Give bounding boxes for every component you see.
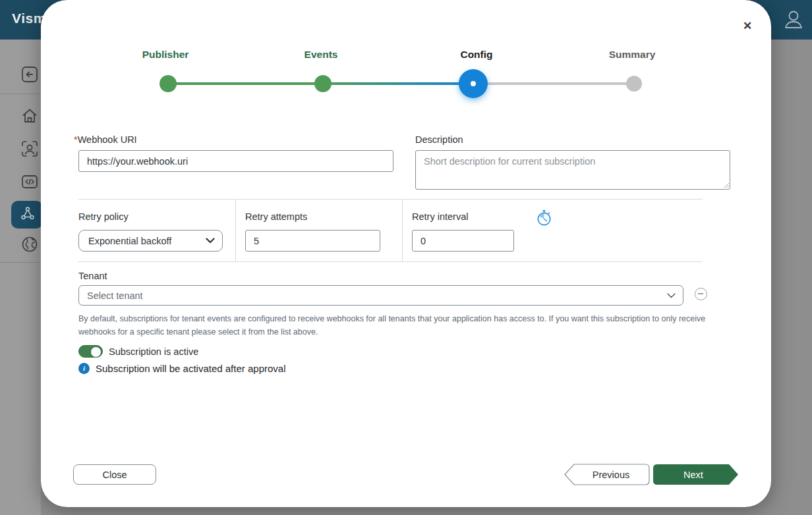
- subscription-active-toggle[interactable]: [78, 345, 103, 358]
- retry-interval-label: Retry interval: [412, 211, 468, 222]
- step-events[interactable]: Events: [268, 49, 374, 61]
- stepper-track-current: [323, 82, 473, 85]
- retry-policy-select[interactable]: Exponential backoff: [78, 230, 223, 252]
- textarea-resize-grip[interactable]: [724, 182, 730, 188]
- step-config[interactable]: Config: [424, 49, 529, 61]
- step-dot-events[interactable]: [314, 75, 332, 92]
- sidebar-divider: [0, 262, 41, 263]
- retry-policy-label: Retry policy: [78, 211, 129, 222]
- step-publisher[interactable]: Publisher: [113, 49, 218, 61]
- column-divider: [402, 200, 403, 261]
- info-icon: i: [78, 363, 90, 374]
- description-label: Description: [415, 134, 463, 145]
- chevron-down-icon: [206, 238, 215, 244]
- user-account-icon[interactable]: [782, 8, 805, 32]
- code-window-icon[interactable]: [21, 173, 38, 190]
- screen: Visma: [0, 0, 812, 515]
- sidebar-item-webhooks-active[interactable]: [11, 201, 43, 229]
- webhook-uri-input[interactable]: [78, 150, 393, 172]
- step-dot-publisher[interactable]: [160, 75, 177, 92]
- home-icon[interactable]: [21, 107, 38, 124]
- previous-button[interactable]: Previous: [564, 464, 650, 485]
- tenant-select[interactable]: Select tenant: [78, 285, 683, 306]
- modal-close-button[interactable]: ✕: [738, 17, 757, 36]
- back-arrow-icon[interactable]: [21, 66, 38, 83]
- column-divider: [235, 200, 236, 261]
- step-summary[interactable]: Summary: [579, 49, 685, 61]
- description-textarea[interactable]: [415, 150, 730, 190]
- close-button[interactable]: Close: [73, 464, 156, 485]
- sidebar: [0, 40, 41, 515]
- section-divider: [78, 261, 703, 262]
- step-dot-config[interactable]: [459, 69, 488, 98]
- globe-icon[interactable]: [21, 236, 38, 253]
- face-scan-icon[interactable]: [21, 140, 38, 157]
- retry-attempts-label: Retry attempts: [245, 211, 307, 222]
- tenant-label: Tenant: [78, 271, 107, 281]
- step-dot-summary: [626, 76, 642, 92]
- retry-attempts-input[interactable]: [245, 230, 380, 252]
- next-button[interactable]: Next: [652, 464, 739, 485]
- chevron-down-icon: [667, 293, 676, 298]
- webhook-uri-label: *Webhook URI: [74, 134, 137, 145]
- subscription-wizard-modal: ✕ Publisher Events Config Summary *Webho…: [41, 0, 771, 507]
- subscription-active-label: Subscription is active: [109, 346, 198, 357]
- retry-policy-value: Exponential backoff: [88, 236, 171, 246]
- previous-button-label: Previous: [593, 470, 629, 480]
- stepper-track-upcoming: [473, 82, 634, 85]
- stopwatch-icon[interactable]: [536, 209, 552, 227]
- tenant-select-placeholder: Select tenant: [87, 290, 143, 301]
- remove-tenant-button[interactable]: [695, 288, 707, 300]
- retry-interval-input[interactable]: [412, 230, 514, 252]
- tenant-help-text: By default, subscriptions for tenant eve…: [78, 312, 728, 339]
- webhook-icon: [20, 206, 35, 221]
- sidebar-divider: [0, 94, 41, 94]
- approval-note: Subscription will be activated after app…: [96, 363, 286, 374]
- stepper-track-done: [168, 82, 323, 85]
- section-divider: [78, 199, 703, 200]
- next-button-label: Next: [683, 470, 703, 480]
